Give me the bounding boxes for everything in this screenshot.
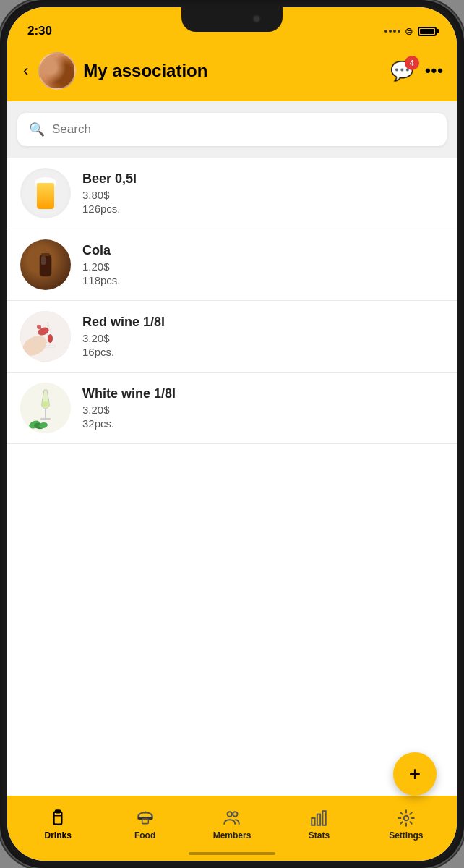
search-bar[interactable]: 🔍: [17, 113, 447, 146]
nav-item-food[interactable]: Food: [101, 809, 188, 841]
nav-item-members[interactable]: Members: [189, 809, 275, 841]
signal-icon: [384, 30, 400, 33]
item-price: 3.20$: [82, 404, 444, 416]
beer-icon: [20, 168, 71, 218]
whitewine-icon: [20, 383, 71, 433]
search-input[interactable]: [52, 122, 435, 137]
svg-rect-10: [40, 418, 51, 420]
stats-nav-icon: [309, 809, 328, 827]
svg-point-26: [404, 816, 409, 821]
svg-rect-2: [41, 253, 50, 256]
bottom-nav: Drinks Food Memb: [7, 796, 457, 861]
notch: [181, 7, 283, 32]
svg-rect-1: [41, 256, 46, 265]
drinks-nav-icon: [48, 809, 67, 827]
settings-nav-icon: [397, 809, 416, 827]
nav-label-drinks: Drinks: [45, 830, 72, 841]
svg-rect-23: [312, 818, 315, 825]
svg-point-5: [48, 334, 53, 343]
list-item[interactable]: Red wine 1/8l 3.20$ 16pcs.: [7, 301, 457, 373]
item-image-cola: [20, 239, 71, 290]
item-price: 3.20$: [82, 332, 444, 344]
avatar[interactable]: [38, 52, 76, 90]
notification-button[interactable]: 💬 4: [390, 60, 413, 82]
item-qty: 16pcs.: [82, 346, 444, 358]
item-image-whitewine: [20, 383, 71, 433]
svg-point-21: [228, 812, 233, 817]
redwine-svg: [20, 311, 71, 362]
item-image-beer: [20, 168, 71, 218]
item-qty: 32pcs.: [82, 417, 444, 430]
cola-svg: [34, 250, 57, 279]
item-info-redwine: Red wine 1/8l 3.20$ 16pcs.: [82, 315, 444, 358]
svg-point-11: [42, 401, 49, 407]
search-container: 🔍: [7, 101, 457, 158]
more-button[interactable]: •••: [425, 61, 444, 80]
search-icon: 🔍: [29, 122, 45, 137]
svg-point-7: [37, 325, 41, 329]
svg-rect-15: [54, 812, 62, 824]
nav-label-settings: Settings: [389, 830, 423, 841]
svg-point-22: [233, 812, 238, 817]
home-indicator: [189, 852, 275, 855]
screen: 2:30 ⊜ ‹ My association: [7, 7, 457, 861]
status-time: 2:30: [27, 24, 52, 38]
add-button[interactable]: +: [393, 752, 437, 796]
header-actions: 💬 4 •••: [390, 60, 444, 82]
list-item[interactable]: White wine 1/8l 3.20$ 32pcs.: [7, 373, 457, 444]
list-item[interactable]: Beer 0,5l 3.80$ 126pcs.: [7, 158, 457, 229]
content-area: 🔍 B: [7, 101, 457, 796]
item-image-redwine: [20, 311, 71, 362]
item-name: Red wine 1/8l: [82, 315, 444, 330]
avatar-image: [40, 54, 74, 88]
items-list: Beer 0,5l 3.80$ 126pcs.: [7, 158, 457, 796]
phone-frame: 2:30 ⊜ ‹ My association: [0, 0, 464, 868]
page-title: My association: [83, 61, 383, 81]
camera: [252, 14, 261, 23]
list-item[interactable]: Cola 1.20$ 118pcs.: [7, 229, 457, 301]
item-name: White wine 1/8l: [82, 386, 444, 401]
nav-label-stats: Stats: [309, 830, 330, 841]
item-info-beer: Beer 0,5l 3.80$ 126pcs.: [82, 171, 444, 215]
item-info-cola: Cola 1.20$ 118pcs.: [82, 243, 444, 286]
nav-label-food: Food: [134, 830, 155, 841]
item-price: 1.20$: [82, 260, 444, 273]
item-name: Beer 0,5l: [82, 171, 444, 187]
item-info-whitewine: White wine 1/8l 3.20$ 32pcs.: [82, 386, 444, 430]
members-nav-icon: [223, 809, 241, 827]
svg-rect-24: [317, 814, 320, 825]
redwine-icon: [20, 311, 71, 362]
whitewine-svg: [20, 383, 71, 433]
battery-icon: [418, 27, 437, 36]
cola-icon: [20, 239, 71, 290]
svg-rect-19: [142, 819, 148, 824]
status-icons: ⊜: [384, 25, 437, 37]
nav-item-drinks[interactable]: Drinks: [14, 809, 101, 841]
nav-label-members: Members: [213, 830, 252, 841]
svg-rect-17: [56, 810, 61, 812]
item-qty: 118pcs.: [82, 274, 444, 286]
nav-item-settings[interactable]: Settings: [363, 809, 450, 841]
item-qty: 126pcs.: [82, 203, 444, 215]
food-nav-icon: [136, 809, 155, 827]
wifi-icon: ⊜: [405, 25, 413, 37]
back-button[interactable]: ‹: [20, 59, 31, 83]
svg-rect-25: [323, 811, 326, 825]
notification-badge: 4: [405, 56, 419, 70]
item-name: Cola: [82, 243, 444, 258]
svg-rect-9: [45, 409, 46, 419]
item-price: 3.80$: [82, 189, 444, 201]
header: ‹ My association 💬 4 •••: [7, 45, 457, 101]
nav-item-stats[interactable]: Stats: [275, 809, 362, 841]
